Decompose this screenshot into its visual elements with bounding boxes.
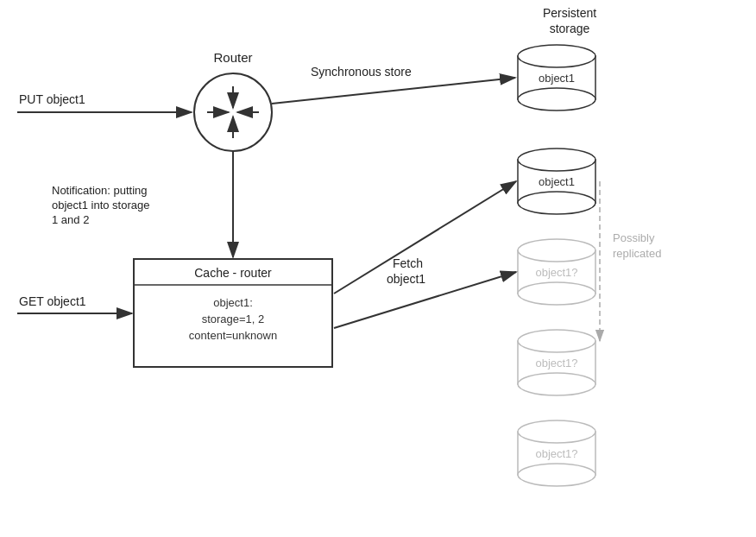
router-label: Router <box>213 50 252 65</box>
db2-label: object1 <box>539 175 575 188</box>
notification-label2: object1 into storage <box>52 199 149 212</box>
svg-point-17 <box>518 330 595 352</box>
svg-point-18 <box>518 373 595 395</box>
persistent-storage-label: Persistent <box>543 6 596 20</box>
db1-label: object1 <box>539 72 575 85</box>
cache-content-line1: object1: <box>213 296 253 309</box>
svg-point-8 <box>518 45 595 67</box>
fetch-label2: object1 <box>387 272 425 286</box>
svg-point-12 <box>518 192 595 214</box>
get-label: GET object1 <box>19 294 86 308</box>
notification-label3: 1 and 2 <box>52 213 89 226</box>
svg-point-11 <box>518 148 595 171</box>
svg-point-20 <box>518 420 595 443</box>
svg-point-15 <box>518 282 595 305</box>
possibly-replicated-label2: replicated <box>613 247 661 260</box>
possibly-replicated-label1: Possibly <box>613 231 655 244</box>
db4-label: object1? <box>535 357 577 370</box>
svg-point-14 <box>518 239 595 262</box>
db5-label: object1? <box>535 447 577 460</box>
svg-point-9 <box>518 88 595 111</box>
cache-router-title: Cache - router <box>194 266 272 280</box>
db3-label: object1? <box>535 266 577 279</box>
persistent-storage-label2: storage <box>550 22 590 35</box>
svg-point-21 <box>518 464 595 486</box>
cache-content-line3: content=unknown <box>189 329 277 342</box>
fetch-label1: Fetch <box>393 256 423 270</box>
cache-content-line2: storage=1, 2 <box>202 313 265 325</box>
notification-label1: Notification: putting <box>52 184 148 197</box>
sync-store-label: Synchronous store <box>311 65 412 79</box>
router-circle <box>194 73 272 151</box>
diagram-canvas: Router Persistent storage object1 object… <box>0 0 756 537</box>
sync-store-arrow <box>272 78 515 104</box>
put-label: PUT object1 <box>19 92 85 106</box>
